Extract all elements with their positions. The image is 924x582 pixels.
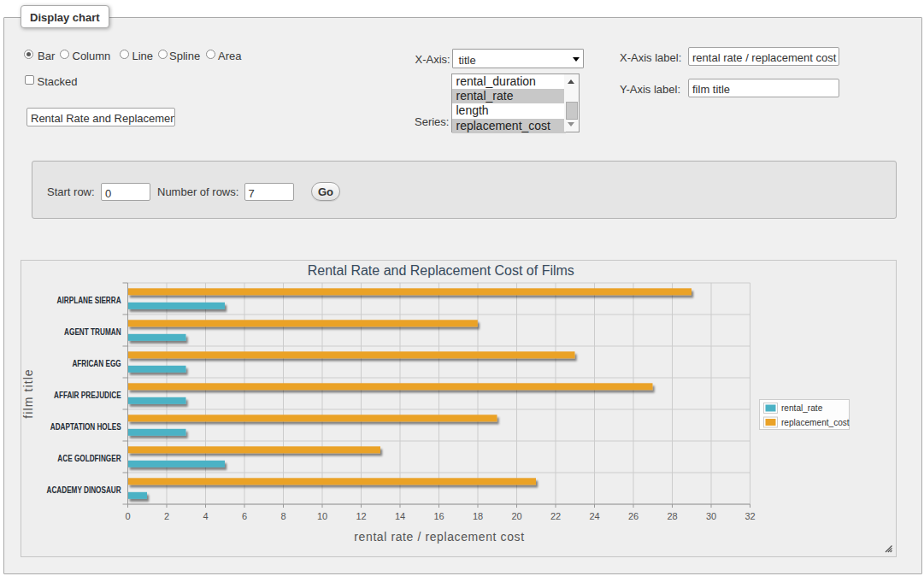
svg-text:6: 6 xyxy=(242,511,247,521)
svg-text:24: 24 xyxy=(589,511,599,521)
svg-text:ADAPTATION HOLES: ADAPTATION HOLES xyxy=(50,421,121,432)
svg-text:12: 12 xyxy=(356,511,366,521)
svg-text:22: 22 xyxy=(550,511,561,521)
svg-text:AIRPLANE SIERRA: AIRPLANE SIERRA xyxy=(57,295,121,305)
svg-text:28: 28 xyxy=(667,511,677,521)
svg-text:0: 0 xyxy=(125,511,130,521)
svg-text:30: 30 xyxy=(706,511,716,521)
svg-text:film title: film title xyxy=(21,368,35,418)
svg-text:ACADEMY DINOSAUR: ACADEMY DINOSAUR xyxy=(47,485,122,495)
svg-text:8: 8 xyxy=(280,511,285,521)
svg-text:20: 20 xyxy=(511,511,521,521)
svg-text:26: 26 xyxy=(628,511,639,521)
svg-text:AFFAIR PREJUDICE: AFFAIR PREJUDICE xyxy=(54,390,121,400)
svg-text:14: 14 xyxy=(395,511,405,521)
svg-text:replacement_cost: replacement_cost xyxy=(781,418,850,427)
svg-text:AFRICAN EGG: AFRICAN EGG xyxy=(72,358,121,368)
svg-text:AGENT TRUMAN: AGENT TRUMAN xyxy=(64,326,121,337)
svg-text:18: 18 xyxy=(473,511,483,521)
svg-text:ACE GOLDFINGER: ACE GOLDFINGER xyxy=(57,453,121,463)
svg-text:Rental Rate and Replacement Co: Rental Rate and Replacement Cost of Film… xyxy=(308,263,574,278)
svg-text:10: 10 xyxy=(317,511,327,521)
svg-text:16: 16 xyxy=(433,511,444,521)
svg-text:32: 32 xyxy=(744,511,755,521)
svg-text:rental rate / replacement cost: rental rate / replacement cost xyxy=(354,530,524,544)
svg-text:4: 4 xyxy=(203,511,208,521)
svg-text:2: 2 xyxy=(164,511,169,521)
svg-text:rental_rate: rental_rate xyxy=(781,403,823,413)
